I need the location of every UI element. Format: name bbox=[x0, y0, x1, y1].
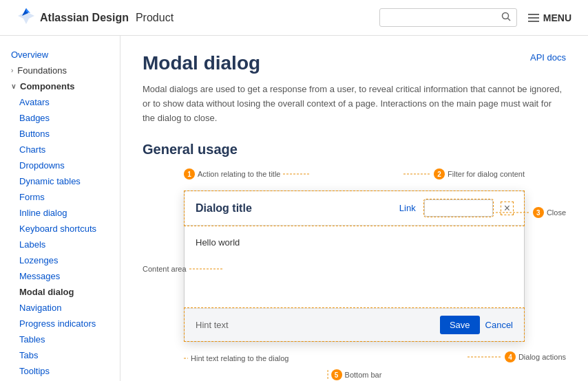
annotation-5-label: 5 Bottom bar bbox=[327, 369, 382, 380]
svg-point-1 bbox=[502, 13, 508, 19]
chevron-right-icon: › bbox=[11, 67, 13, 74]
annotation-hint-label: Hint text relating to the dialog bbox=[184, 354, 288, 362]
logo: Atlassian Design Product bbox=[17, 6, 174, 30]
annotated-dialog: 1 Action relating to the title 2 Filter … bbox=[143, 168, 566, 381]
annotation-1-label: 1 Action relating to the title bbox=[184, 168, 311, 179]
page-description: Modal dialogs are used to get a response… bbox=[143, 83, 566, 125]
section-title-general-usage: General usage bbox=[143, 142, 566, 157]
sidebar-item-tooltips[interactable]: Tooltips bbox=[0, 363, 120, 379]
main-content: API docs Modal dialog Modal dialogs are … bbox=[120, 36, 588, 381]
sidebar-item-inline-dialog[interactable]: Inline dialog bbox=[0, 205, 120, 221]
sidebar-item-tables[interactable]: Tables bbox=[0, 331, 120, 347]
search-box[interactable] bbox=[379, 8, 517, 27]
sidebar-item-dynamic-tables[interactable]: Dynamic tables bbox=[0, 173, 120, 189]
dialog-body: Hello world bbox=[185, 226, 524, 308]
page-title: Modal dialog bbox=[143, 52, 566, 74]
sidebar-item-progress-indicators[interactable]: Progress indicators bbox=[0, 316, 120, 331]
sidebar-item-charts[interactable]: Charts bbox=[0, 142, 120, 157]
sidebar-item-components[interactable]: ∨ Components bbox=[0, 78, 120, 94]
menu-button[interactable]: MENU bbox=[528, 12, 571, 23]
sidebar-item-modal-dialog: Modal dialog bbox=[0, 284, 120, 300]
logo-text: Atlassian Design bbox=[40, 12, 129, 24]
sidebar-item-badges[interactable]: Badges bbox=[0, 110, 120, 126]
sidebar-item-labels[interactable]: Labels bbox=[0, 237, 120, 252]
dialog-footer: Hint text Save Cancel bbox=[185, 308, 524, 341]
dialog-body-text: Hello world bbox=[196, 237, 240, 248]
sidebar-item-avatars[interactable]: Avatars bbox=[0, 94, 120, 110]
sidebar-item-dropdowns[interactable]: Dropdowns bbox=[0, 157, 120, 173]
dialog-cancel-button[interactable]: Cancel bbox=[485, 320, 513, 330]
sidebar: Overview › Foundations ∨ Components Avat… bbox=[0, 36, 120, 381]
layout: Overview › Foundations ∨ Components Avat… bbox=[0, 36, 588, 381]
dialog-hint-text: Hint text bbox=[196, 320, 434, 330]
dialog-save-button[interactable]: Save bbox=[440, 316, 480, 334]
sidebar-item-messages[interactable]: Messages bbox=[0, 268, 120, 284]
sidebar-item-forms[interactable]: Forms bbox=[0, 189, 120, 205]
annotation-content-area-label: Content area bbox=[143, 265, 224, 273]
search-input[interactable] bbox=[386, 12, 497, 23]
dialog-search-input[interactable] bbox=[424, 199, 493, 217]
chevron-down-icon: ∨ bbox=[11, 83, 16, 90]
sidebar-item-navigation[interactable]: Navigation bbox=[0, 300, 120, 316]
dialog-title: Dialog title bbox=[196, 202, 391, 215]
logo-product: Product bbox=[136, 12, 174, 24]
atlassian-icon bbox=[17, 6, 36, 30]
dialog-header: Dialog title Link × bbox=[185, 191, 524, 226]
menu-label: MENU bbox=[543, 12, 571, 23]
sidebar-item-overview[interactable]: Overview bbox=[0, 47, 120, 63]
dialog-mock: Dialog title Link × Hello world Hint tex… bbox=[184, 190, 525, 342]
header: Atlassian Design Product MENU bbox=[0, 0, 588, 36]
annotation-4-label: 4 Dialog actions bbox=[468, 351, 566, 362]
api-docs-link[interactable]: API docs bbox=[530, 52, 566, 63]
dialog-link[interactable]: Link bbox=[399, 203, 416, 213]
annotation-3-label: 3 Close bbox=[496, 207, 566, 218]
sidebar-item-lozenges[interactable]: Lozenges bbox=[0, 252, 120, 268]
header-right: MENU bbox=[379, 8, 571, 27]
annotation-2-label: 2 Filter for dialog content bbox=[403, 168, 525, 179]
sidebar-item-keyboard-shortcuts[interactable]: Keyboard shortcuts bbox=[0, 221, 120, 237]
sidebar-item-buttons[interactable]: Buttons bbox=[0, 126, 120, 142]
sidebar-item-tabs[interactable]: Tabs bbox=[0, 347, 120, 363]
search-icon-button[interactable] bbox=[501, 12, 511, 23]
svg-line-2 bbox=[507, 19, 510, 21]
sidebar-item-foundations[interactable]: › Foundations bbox=[0, 63, 120, 78]
